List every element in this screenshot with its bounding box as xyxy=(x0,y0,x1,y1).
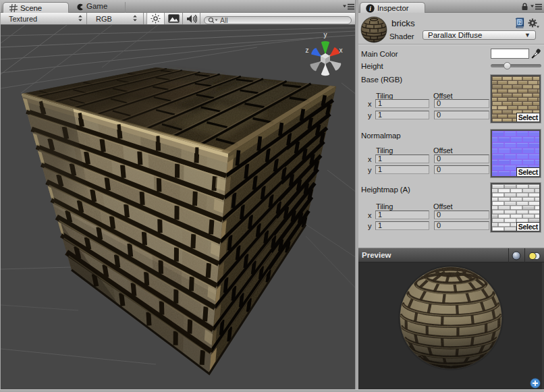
svg-text:i: i xyxy=(369,5,371,12)
svg-text:z: z xyxy=(306,47,309,54)
svg-text:x: x xyxy=(339,47,343,54)
svg-text:?: ? xyxy=(518,20,521,25)
svg-text:y: y xyxy=(324,31,327,38)
